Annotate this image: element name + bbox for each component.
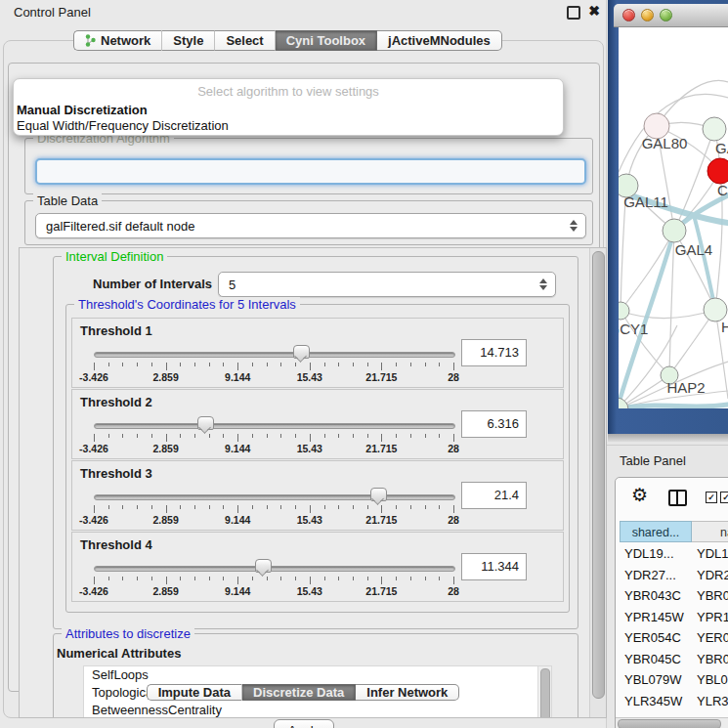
close-traffic-light-icon[interactable] [622, 9, 635, 21]
node-gcy1[interactable] [619, 302, 629, 320]
slider-thumb[interactable] [370, 488, 387, 501]
cyni-toolbox-pane: Discretization Algorithm Table Data galF… [8, 63, 600, 692]
cell-name: YBR0 [697, 649, 728, 669]
close-icon[interactable]: ✖ [588, 3, 600, 19]
node-red[interactable] [707, 158, 728, 184]
table-row[interactable]: YLR345WYLR3 [620, 691, 728, 711]
slider-thumb[interactable] [255, 559, 272, 573]
node-gal4[interactable] [663, 219, 686, 242]
network-canvas[interactable]: GAL80GACGAL11GAL4GCY1HHAP2 [619, 27, 728, 408]
thresholds-group: Threshold's Coordinates for 5 Intervals … [65, 304, 570, 613]
slider-ticks [94, 434, 453, 443]
settings-scrollbar-thumb[interactable] [592, 251, 605, 699]
cell-shared-name: YDR27... [624, 565, 676, 585]
slider-tick-labels: -3.4262.8599.14415.4321.71528 [94, 371, 453, 383]
tab-label: Style [173, 33, 203, 48]
threshold-value-field[interactable]: 11.344 [461, 553, 527, 580]
algorithm-select[interactable] [35, 158, 586, 185]
table-scrollbar-thumb[interactable] [618, 719, 721, 728]
attribute-list-item[interactable]: SelfLoops [84, 666, 551, 684]
slider-track[interactable] [94, 566, 455, 572]
zoom-traffic-light-icon[interactable] [660, 9, 672, 21]
column-header-name[interactable]: na [692, 521, 728, 542]
threshold-value-field[interactable]: 21.4 [461, 482, 527, 509]
column-layout-icon[interactable] [668, 490, 687, 506]
slider-thumb[interactable] [197, 416, 214, 430]
threshold-value-field[interactable]: 6.316 [461, 410, 527, 438]
panel-title: Control Panel [14, 5, 91, 20]
group-title-thresholds: Threshold's Coordinates for 5 Intervals [74, 297, 300, 312]
table-row[interactable]: YER054CYER0 [620, 627, 728, 648]
tab-impute-data[interactable]: Impute Data [147, 684, 242, 701]
gear-icon[interactable]: ⚙ [631, 486, 648, 504]
node-gcy1-label: GCY1 [619, 321, 648, 337]
threshold-label: Threshold 2 [80, 395, 152, 409]
table-data-group: Table Data galFiltered.sif default node [24, 200, 593, 245]
cell-name: YLR3 [697, 691, 728, 711]
slider-tick-labels: -3.4262.8599.14415.4321.71528 [94, 443, 453, 454]
tab-select[interactable]: Select [215, 30, 275, 51]
table-data-select[interactable]: galFiltered.sif default node [35, 213, 586, 238]
popup-item-equal-width-frequency[interactable]: Equal Width/Frequency Discretization [17, 118, 229, 133]
settings-vertical-scrollbar[interactable] [589, 248, 606, 717]
bottom-tab-bar: Impute DataDiscretize DataInfer Network [0, 684, 606, 701]
numerical-attributes-label: Numerical Attributes [57, 646, 181, 661]
top-tab-bar: NetworkStyleSelectCyni ToolboxjActiveMNo… [73, 30, 502, 51]
threshold-panel-2: Threshold 2-3.4262.8599.14415.4321.71528… [71, 389, 564, 459]
table-row[interactable]: YDL19...YDL1 [620, 543, 728, 564]
slider-tick-labels: -3.4262.8599.14415.4321.71528 [94, 585, 453, 597]
slider-tick-labels: -3.4262.8599.14415.4321.71528 [94, 514, 453, 526]
slider-track[interactable] [94, 494, 455, 500]
tab-style[interactable]: Style [162, 30, 215, 51]
column-header-shared-name[interactable]: shared... [620, 521, 692, 542]
tab-label: Network [101, 33, 150, 48]
checkbox-icon[interactable]: ✓ [720, 492, 728, 503]
apply-button[interactable]: Apply [274, 719, 334, 728]
tab-jactivemnodules[interactable]: jActiveMNodules [377, 30, 502, 51]
table-row[interactable]: YBR045CYBR0 [620, 649, 728, 669]
control-panel: Control Panel ✖ NetworkStyleSelectCyni T… [0, 0, 607, 728]
table-row[interactable]: YBR043CYBR0 [620, 585, 728, 606]
table-row[interactable]: YDR27...YDR2 [620, 565, 728, 585]
tab-label: jActiveMNodules [388, 33, 491, 48]
table-data-selected-value: galFiltered.sif default node [36, 219, 194, 234]
tab-infer-network[interactable]: Infer Network [356, 684, 459, 701]
slider-track[interactable] [94, 352, 455, 358]
tab-cyni-toolbox[interactable]: Cyni Toolbox [276, 30, 377, 51]
cell-name: YPR1 [697, 607, 728, 627]
node-top-right[interactable] [703, 117, 726, 141]
cell-shared-name: YER054C [624, 627, 681, 648]
slider-ticks [94, 577, 453, 585]
threshold-value-field[interactable]: 14.713 [461, 339, 527, 366]
node-gal11-label: GAL11 [623, 193, 668, 210]
tab-discretize-data[interactable]: Discretize Data [242, 684, 356, 701]
table-horizontal-scrollbar[interactable] [616, 717, 728, 728]
float-window-icon[interactable] [567, 6, 580, 20]
tab-label: Impute Data [158, 685, 231, 700]
checkbox-icon[interactable]: ✓ [706, 492, 717, 503]
network-window-titlebar[interactable] [614, 4, 728, 27]
network-graph: GAL80GACGAL11GAL4GCY1HHAP2 [619, 27, 728, 408]
cell-shared-name: YLR345W [624, 691, 682, 711]
attribute-list-item[interactable]: BetweennessCentrality [84, 702, 551, 718]
number-of-intervals-select[interactable]: 5 [218, 272, 556, 297]
slider-ticks [94, 363, 453, 371]
network-icon [85, 34, 96, 47]
screenshot-root: Control Panel ✖ NetworkStyleSelectCyni T… [0, 0, 728, 728]
node-gal4-label: GAL4 [675, 241, 712, 258]
slider-track[interactable] [94, 423, 455, 429]
tab-label: Discretize Data [253, 685, 344, 700]
cell-shared-name: YBL079W [624, 669, 682, 690]
table-row[interactable]: YPR145WYPR1 [620, 607, 728, 627]
popup-item-manual-discretization[interactable]: Manual Discretization [17, 103, 148, 117]
cell-shared-name: YBR045C [624, 649, 681, 669]
cell-shared-name: YBR043C [624, 585, 681, 606]
minimize-traffic-light-icon[interactable] [641, 9, 654, 21]
combo-stepper-icon [570, 220, 578, 232]
settings-scroll-area: Interval Definition Number of Intervals … [19, 247, 607, 718]
table-row[interactable]: YBL079WYBL0 [620, 669, 728, 690]
threshold-panel-3: Threshold 3-3.4262.8599.14415.4321.71528… [71, 460, 564, 531]
combo-stepper-icon [539, 278, 547, 290]
tab-network[interactable]: Network [73, 30, 162, 51]
slider-thumb[interactable] [293, 345, 310, 359]
